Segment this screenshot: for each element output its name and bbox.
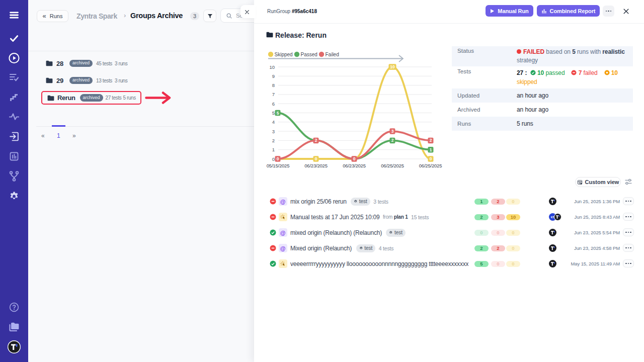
svg-text:Failed: Failed bbox=[326, 52, 339, 57]
svg-text:1: 1 bbox=[272, 147, 275, 152]
svg-text:3: 3 bbox=[272, 129, 275, 134]
svg-text:0: 0 bbox=[353, 156, 356, 161]
svg-text:2: 2 bbox=[272, 138, 275, 143]
svg-text:06/23/2025: 06/23/2025 bbox=[304, 163, 328, 168]
svg-text:10: 10 bbox=[390, 64, 395, 69]
svg-text:10: 10 bbox=[269, 64, 275, 70]
svg-text:1: 1 bbox=[430, 147, 432, 152]
svg-text:06/25/2025: 06/25/2025 bbox=[419, 163, 442, 168]
svg-text:06/25/2025: 06/25/2025 bbox=[381, 163, 404, 168]
svg-text:6: 6 bbox=[272, 101, 275, 107]
svg-text:2: 2 bbox=[315, 138, 317, 143]
svg-text:2: 2 bbox=[391, 138, 394, 143]
svg-text:4: 4 bbox=[272, 119, 275, 125]
svg-text:3: 3 bbox=[391, 129, 394, 134]
svg-text:9: 9 bbox=[272, 73, 275, 79]
svg-text:06/23/2025: 06/23/2025 bbox=[343, 163, 366, 168]
svg-text:0: 0 bbox=[430, 156, 432, 161]
svg-text:0: 0 bbox=[277, 156, 279, 161]
svg-text:5: 5 bbox=[277, 111, 279, 116]
svg-text:8: 8 bbox=[272, 82, 275, 88]
svg-text:Passed: Passed bbox=[301, 52, 317, 57]
svg-text:05/15/2025: 05/15/2025 bbox=[267, 163, 290, 168]
svg-text:0: 0 bbox=[272, 156, 275, 162]
svg-text:Skipped: Skipped bbox=[275, 52, 293, 57]
svg-text:7: 7 bbox=[272, 92, 275, 97]
svg-text:0: 0 bbox=[315, 156, 317, 161]
svg-text:2: 2 bbox=[430, 138, 432, 143]
svg-text:5: 5 bbox=[272, 110, 275, 116]
